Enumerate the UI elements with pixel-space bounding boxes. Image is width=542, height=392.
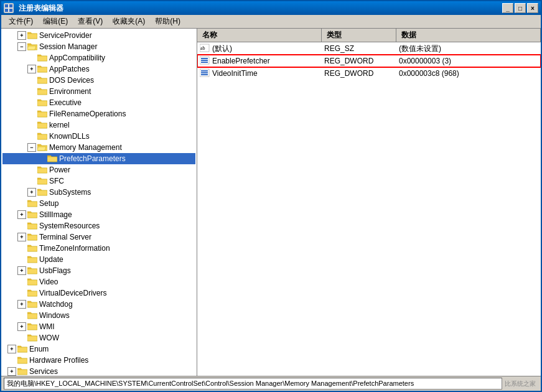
expander-setup[interactable]	[17, 199, 26, 208]
menu-favorites[interactable]: 收藏夹(A)	[108, 15, 150, 28]
expander-video[interactable]	[17, 278, 26, 286]
tree-node-power[interactable]: Power	[2, 164, 195, 175]
tree-node-environment[interactable]: Environment	[2, 86, 195, 97]
expander-terminal-server[interactable]: +	[17, 233, 26, 241]
expander-still-image[interactable]: +	[17, 210, 26, 219]
values-row-video-init-time[interactable]: VideoInitTimeREG_DWORD0x000003c8 (968)	[197, 67, 541, 80]
svg-rect-44	[201, 62, 208, 63]
expander-services[interactable]: +	[7, 367, 16, 376]
expander-subsystems[interactable]: +	[27, 188, 36, 197]
tree-node-terminal-server[interactable]: + Terminal Server	[2, 231, 195, 243]
expander-system-resources[interactable]	[17, 222, 26, 230]
svg-rect-3	[5, 9, 8, 12]
title-bar: 注册表编辑器 _ □ ×	[1, 1, 541, 15]
title-bar-buttons: _ □ ×	[502, 3, 538, 13]
tree-label-hardware-profiles: Hardware Profiles	[29, 356, 88, 365]
expander-executive[interactable]	[27, 98, 36, 107]
value-data-enable-prefetcher: 0x00000003 (3)	[396, 56, 541, 66]
menu-help[interactable]: 帮助(H)	[150, 15, 185, 28]
values-panel: 名称 类型 数据 ab (默认)REG_SZ(数值未设置) EnablePref…	[197, 29, 541, 376]
svg-rect-16	[47, 157, 57, 162]
tree-node-service-provider[interactable]: + ServiceProvider	[2, 30, 195, 41]
tree-node-kernel[interactable]: kernel	[2, 119, 195, 131]
tree-node-wow[interactable]: WOW	[2, 332, 195, 343]
menu-file[interactable]: 文件(F)	[4, 15, 38, 28]
folder-icon-virtual-device-drivers	[27, 289, 37, 297]
tree-node-services[interactable]: + Services	[2, 366, 195, 376]
expander-usb-flags[interactable]: +	[17, 266, 26, 275]
expander-timezone-information[interactable]	[17, 244, 26, 253]
tree-node-windows[interactable]: Windows	[2, 310, 195, 321]
tree-node-file-rename-operations[interactable]: FileRenameOperations	[2, 108, 195, 119]
tree-node-memory-management[interactable]: − Memory Management	[2, 142, 195, 153]
folder-icon-system-resources	[27, 222, 37, 230]
expander-prefetch-parameters[interactable]	[37, 154, 46, 163]
tree-node-app-patches[interactable]: + AppPatches	[2, 63, 195, 75]
expander-dos-devices[interactable]	[27, 76, 36, 85]
expander-enum[interactable]: +	[7, 345, 16, 353]
expander-environment[interactable]	[27, 87, 36, 96]
tree-node-wmi[interactable]: + WMI	[2, 321, 195, 332]
value-data-video-init-time: 0x000003c8 (968)	[396, 68, 541, 78]
expander-hardware-profiles[interactable]	[7, 356, 16, 365]
folder-icon-wmi	[27, 322, 37, 331]
expander-wow[interactable]	[17, 334, 26, 342]
expander-wmi[interactable]: +	[17, 322, 26, 331]
expander-app-compatibility[interactable]	[27, 54, 36, 62]
tree-node-enum[interactable]: + Enum	[2, 343, 195, 355]
expander-app-patches[interactable]: +	[27, 65, 36, 73]
menu-edit[interactable]: 编辑(E)	[38, 15, 73, 28]
tree-label-prefetch-parameters: PrefetchParameters	[59, 154, 126, 163]
svg-rect-43	[201, 60, 208, 61]
tree-node-update[interactable]: Update	[2, 254, 195, 265]
tree-node-known-dlls[interactable]: KnownDLLs	[2, 131, 195, 142]
expander-update[interactable]	[17, 255, 26, 264]
tree-node-app-compatibility[interactable]: AppCompatibility	[2, 52, 195, 63]
expander-known-dlls[interactable]	[27, 132, 36, 141]
values-row-default[interactable]: ab (默认)REG_SZ(数值未设置)	[197, 42, 541, 55]
expander-windows[interactable]	[17, 311, 26, 320]
values-row-enable-prefetcher[interactable]: EnablePrefetcherREG_DWORD0x00000003 (3)	[197, 55, 541, 67]
svg-rect-12	[37, 112, 47, 117]
tree-node-system-resources[interactable]: SystemResources	[2, 220, 195, 231]
value-type-enable-prefetcher: REG_DWORD	[322, 56, 396, 66]
header-type: 类型	[322, 29, 396, 42]
tree-node-subsystems[interactable]: + SubSystems	[2, 187, 195, 198]
expander-watchdog[interactable]: +	[17, 300, 26, 309]
tree-node-setup[interactable]: Setup	[2, 198, 195, 209]
tree-node-prefetch-parameters[interactable]: PrefetchParameters	[2, 153, 195, 164]
expander-virtual-device-drivers[interactable]	[17, 289, 26, 297]
tree-node-watchdog[interactable]: + Watchdog	[2, 299, 195, 310]
tree-label-file-rename-operations: FileRenameOperations	[49, 110, 126, 118]
tree-node-virtual-device-drivers[interactable]: VirtualDeviceDrivers	[2, 287, 195, 299]
folder-icon-terminal-server	[27, 233, 37, 241]
tree-node-sfc[interactable]: SFC	[2, 175, 195, 187]
tree-node-dos-devices[interactable]: DOS Devices	[2, 75, 195, 86]
expander-file-rename-operations[interactable]	[27, 110, 36, 118]
value-type-default: REG_SZ	[322, 44, 396, 54]
expander-sfc[interactable]	[27, 177, 36, 185]
tree-node-still-image[interactable]: + StillImage	[2, 209, 195, 220]
close-button[interactable]: ×	[527, 3, 538, 13]
folder-icon-service-provider	[27, 31, 37, 40]
minimize-button[interactable]: _	[502, 3, 513, 13]
tree-node-usb-flags[interactable]: + UsbFlags	[2, 265, 195, 276]
tree-node-executive[interactable]: Executive	[2, 97, 195, 108]
tree-node-timezone-information[interactable]: TimeZoneInformation	[2, 243, 195, 254]
tree-node-video[interactable]: Video	[2, 276, 195, 287]
expander-power[interactable]	[27, 166, 36, 174]
expander-kernel[interactable]	[27, 121, 36, 129]
expander-session-manager[interactable]: −	[17, 42, 26, 51]
tree-label-update: Update	[39, 255, 63, 264]
app-icon	[4, 3, 14, 13]
tree-label-watchdog: Watchdog	[39, 300, 73, 309]
svg-rect-17	[37, 168, 47, 173]
tree-node-hardware-profiles[interactable]: Hardware Profiles	[2, 355, 195, 366]
svg-rect-13	[37, 123, 47, 128]
maximize-button[interactable]: □	[515, 3, 526, 13]
menu-view[interactable]: 查看(V)	[73, 15, 108, 28]
tree-node-session-manager[interactable]: − Session Manager	[2, 41, 195, 52]
tree-panel[interactable]: + ServiceProvider− Session Manager AppCo…	[1, 29, 197, 376]
expander-memory-management[interactable]: −	[27, 143, 36, 152]
expander-service-provider[interactable]: +	[17, 31, 26, 40]
